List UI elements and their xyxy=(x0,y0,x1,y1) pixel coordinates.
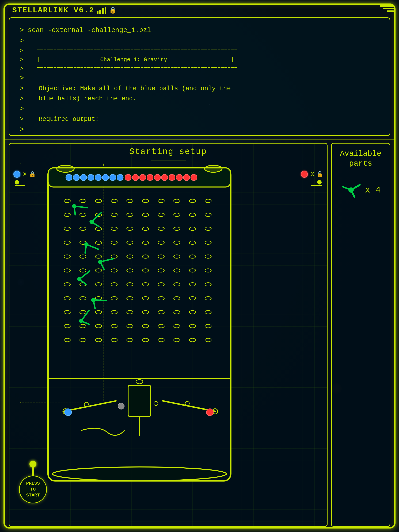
blue-count-dot-row xyxy=(15,180,25,186)
press-to-start-text: PRESS TO START xyxy=(26,481,40,498)
blue-line xyxy=(15,185,25,186)
terminal-line-1: > scan -external -challenge_1.pzl xyxy=(20,25,379,36)
blue-count-x: x xyxy=(23,171,27,178)
app-title: Stellarlink v6.2 xyxy=(12,6,94,15)
parts-divider xyxy=(343,174,378,174)
press-start-stem xyxy=(32,466,34,476)
parts-panel: Availableparts x 4 xyxy=(331,143,390,527)
terminal-panel: > scan -external -challenge_1.pzl > > ==… xyxy=(9,17,390,136)
signal-bars xyxy=(97,7,106,13)
blue-lock-icon: 🔒 xyxy=(29,171,36,178)
terminal-line-6: > xyxy=(20,73,379,84)
red-count-indicator: x 🔒 xyxy=(300,171,323,178)
flipper-icon xyxy=(341,181,361,199)
blue-dot xyxy=(15,180,19,184)
signal-bar-2 xyxy=(99,10,101,13)
terminal-line-3: > ======================================… xyxy=(20,46,379,55)
game-area: Starting setup x 🔒 x 🔒 xyxy=(9,143,390,527)
signal-bar-1 xyxy=(97,11,98,13)
terminal-line-11: > xyxy=(20,124,379,135)
terminal-line-8: > blue balls) reach the end. xyxy=(20,94,379,104)
section-divider xyxy=(3,139,396,140)
red-dot xyxy=(317,180,322,184)
parts-title: Availableparts xyxy=(340,149,381,169)
red-lock-icon: 🔒 xyxy=(316,171,323,178)
terminal-line-10: > Required output: xyxy=(20,114,379,124)
press-to-start-button[interactable]: PRESS TO START xyxy=(19,475,47,503)
title-bar: Stellarlink v6.2 🔒 xyxy=(3,3,396,17)
red-line xyxy=(311,185,322,186)
puzzle-board: Starting setup x 🔒 x 🔒 xyxy=(9,143,328,527)
red-count-x: x xyxy=(310,171,314,178)
part-item-flipper[interactable]: x 4 xyxy=(341,181,381,199)
grid-background xyxy=(9,144,327,526)
blue-indicator-ball xyxy=(13,171,20,178)
terminal-line-5: > ======================================… xyxy=(20,64,379,73)
red-count-dot-row xyxy=(311,180,322,186)
terminal-line-4: > | Challenge 1: Gravity | xyxy=(20,55,379,64)
terminal-line-2: > xyxy=(20,36,379,46)
terminal-line-7: > Objective: Make all of the blue balls … xyxy=(20,84,379,94)
signal-bar-3 xyxy=(102,8,104,13)
signal-bar-4 xyxy=(105,7,106,13)
terminal-line-9: > xyxy=(20,104,379,114)
part-count: x 4 xyxy=(365,185,381,195)
lock-icon: 🔒 xyxy=(109,6,117,14)
red-indicator-ball xyxy=(301,171,308,178)
blue-count-indicator: x 🔒 xyxy=(13,171,36,178)
